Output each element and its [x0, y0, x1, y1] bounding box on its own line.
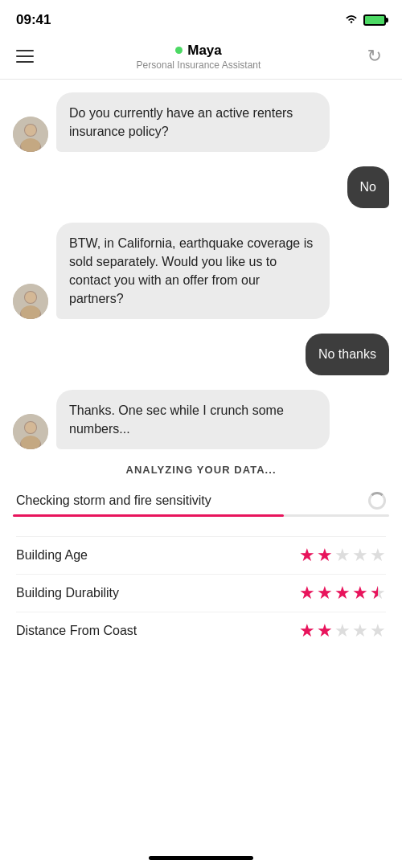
- nav-bar: Maya Personal Insurance Assistant ↺: [0, 35, 402, 80]
- message-row: Thanks. One sec while I crunch some numb…: [13, 390, 389, 449]
- svg-point-8: [25, 292, 36, 303]
- star: ★: [299, 545, 315, 566]
- star: ★: [352, 620, 368, 641]
- nav-center: Maya Personal Insurance Assistant: [137, 43, 261, 71]
- message-row: No thanks: [13, 334, 389, 375]
- refresh-button[interactable]: ↺: [360, 42, 389, 71]
- star: ★: [317, 545, 333, 566]
- message-row: BTW, in California, earthquake coverage …: [13, 223, 389, 320]
- rating-row-building-age: Building Age ★ ★ ★ ★ ★: [16, 536, 386, 574]
- rating-label: Distance From Coast: [16, 624, 137, 638]
- status-icons: [344, 13, 386, 27]
- message-bubble: No thanks: [306, 334, 389, 375]
- checking-label: Checking storm and fire sensitivity: [16, 493, 211, 508]
- message-row: No: [13, 166, 389, 207]
- rating-row-building-durability: Building Durability ★★★★★★: [16, 574, 386, 612]
- agent-name: Maya: [187, 43, 222, 59]
- hamburger-menu[interactable]: [13, 47, 37, 66]
- message-bubble: Thanks. One sec while I crunch some numb…: [56, 390, 330, 449]
- star: ★: [334, 583, 351, 604]
- avatar: [13, 284, 48, 319]
- svg-point-3: [25, 125, 36, 136]
- star: ★: [370, 620, 386, 641]
- star: ★: [352, 545, 368, 566]
- avatar: [13, 117, 48, 152]
- star: ★: [352, 583, 368, 604]
- online-indicator: [175, 47, 183, 54]
- star: ★: [317, 620, 333, 641]
- analyzing-label: ANALYZING YOUR DATA...: [13, 464, 389, 476]
- rating-label: Building Age: [16, 548, 88, 563]
- star: ★: [299, 583, 315, 604]
- agent-subtitle: Personal Insurance Assistant: [137, 59, 261, 71]
- chat-area: Do you currently have an active renters …: [0, 80, 402, 649]
- message-bubble: Do you currently have an active renters …: [56, 92, 330, 152]
- star: ★: [370, 545, 386, 566]
- stars-distance-coast: ★ ★ ★ ★ ★: [299, 620, 386, 641]
- star: ★: [334, 545, 351, 566]
- rating-label: Building Durability: [16, 586, 119, 600]
- ratings-section: Building Age ★ ★ ★ ★ ★ Building Durabili…: [13, 536, 389, 649]
- avatar: [13, 414, 48, 449]
- checking-row: Checking storm and fire sensitivity: [13, 492, 389, 510]
- progress-fill: [13, 514, 284, 517]
- battery-icon: [363, 14, 386, 26]
- loading-spinner: [368, 492, 386, 510]
- wifi-icon: [344, 13, 359, 27]
- star: ★: [334, 620, 351, 641]
- star: ★: [317, 583, 333, 604]
- stars-building-age: ★ ★ ★ ★ ★: [299, 545, 386, 566]
- rating-row-distance-from-coast: Distance From Coast ★ ★ ★ ★ ★: [16, 612, 386, 649]
- star-half: ★★: [370, 583, 386, 604]
- home-indicator: [149, 856, 253, 860]
- message-bubble: BTW, in California, earthquake coverage …: [56, 223, 330, 320]
- message-bubble: No: [347, 166, 389, 207]
- progress-bar: [13, 514, 389, 517]
- status-time: 09:41: [16, 12, 51, 28]
- star: ★: [299, 620, 315, 641]
- status-bar: 09:41: [0, 0, 402, 35]
- svg-point-13: [25, 422, 36, 433]
- stars-building-durability: ★★★★★★: [299, 583, 386, 604]
- message-row: Do you currently have an active renters …: [13, 92, 389, 152]
